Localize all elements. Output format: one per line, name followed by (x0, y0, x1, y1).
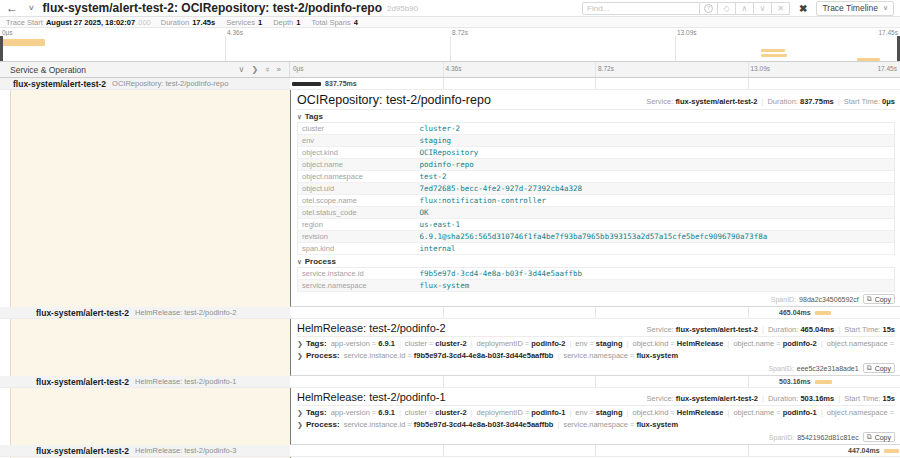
span-duration-bar[interactable] (815, 380, 833, 384)
tags-summary-line[interactable]: ❯Tags:app-version=6.9.1|cluster=cluster-… (297, 406, 895, 418)
trace-view-select[interactable]: Trace Timeline ∨ (816, 1, 894, 16)
tags-summary-key: object.namespace (827, 339, 888, 348)
tag-row[interactable]: otel.scope.nameflux:notification-control… (298, 195, 895, 207)
tags-summary-key: object.namespace (827, 408, 888, 417)
expand-collapse-controls: ∨ ❯ » » (239, 65, 281, 74)
tag-row[interactable]: object.namepodinfo-repo (298, 159, 895, 171)
trace-view-select-label: Trace Timeline (822, 3, 877, 13)
tags-summary-key: app-version (331, 339, 370, 348)
span-timeline-cell[interactable]: 465.04ms (290, 307, 900, 318)
copy-span-id-button[interactable]: ⧉Copy (863, 363, 895, 373)
tag-row[interactable]: object.uid7ed72685-becc-4fe2-927d-27392c… (298, 183, 895, 195)
minimap-tick-label: 8.72s (452, 29, 468, 36)
clear-selection-icon[interactable]: ✖ (799, 3, 807, 14)
prev-match-button[interactable]: ∧ (736, 2, 754, 15)
span-duration-bar[interactable] (815, 311, 831, 315)
process-row[interactable]: service.namespaceflux-system (298, 280, 895, 292)
minimap-tick-label: 13.09s (677, 29, 697, 36)
tag-row[interactable]: otel.status_codeOK (298, 207, 895, 219)
trace-services: Services 1 (226, 18, 263, 27)
detail-gutter (0, 90, 10, 307)
back-arrow-icon[interactable]: ← (6, 1, 18, 15)
span-row[interactable]: flux-system/alert-test-2OCIRepository: t… (0, 78, 900, 90)
copy-span-id-button[interactable]: ⧉Copy (863, 294, 895, 304)
span-name-cell[interactable]: flux-system/alert-test-2HelmRelease: tes… (0, 376, 290, 387)
tag-row[interactable]: clustercluster-2 (298, 123, 895, 135)
span-service-name: flux-system/alert-test-2 (36, 377, 129, 387)
span-timeline-cell[interactable]: 503.16ms (290, 376, 900, 387)
next-match-button[interactable]: ∨ (754, 2, 772, 15)
tags-summary-line[interactable]: ❯Tags:app-version=6.9.1|cluster=cluster-… (297, 337, 895, 349)
tags-summary-key: object.kind (632, 408, 668, 417)
minimap-canvas[interactable] (0, 36, 900, 62)
process-row[interactable]: service.instance.idf9b5e97d-3cd4-4e8a-b0… (298, 268, 895, 280)
tags-summary-value: staging (596, 339, 623, 348)
timeline-gridline (748, 78, 749, 89)
equals-sign: = (525, 408, 529, 417)
span-rows-container: flux-system/alert-test-2OCIRepository: t… (0, 78, 900, 458)
collapse-all-icon[interactable]: » (277, 65, 281, 74)
minimap-tick-labels: 0μs4.36s8.72s13.09s17.45s (0, 28, 900, 36)
ruler-gridline (748, 62, 749, 77)
summary-separator: | (627, 339, 629, 348)
ruler-tick-label: 0μs (293, 65, 304, 72)
process-summary-line[interactable]: ❯Process:service.instance.id=f9b5e97d-3c… (297, 349, 895, 361)
tag-row[interactable]: envstaging (298, 135, 895, 147)
summary-separator: | (557, 351, 559, 360)
process-section-toggle[interactable]: ∨Process (297, 255, 895, 267)
process-summary-label: Process: (306, 351, 340, 360)
meta-separator: | (838, 325, 840, 334)
tag-row[interactable]: object.kindOCIRepository (298, 147, 895, 159)
process-summary-line[interactable]: ❯Process:service.instance.id=f9b5e97d-3c… (297, 418, 895, 430)
copy-span-id-button[interactable]: ⧉Copy (863, 432, 895, 442)
meta-duration-value: 465.04ms (800, 325, 834, 334)
meta-service-label: Service: (646, 97, 675, 106)
meta-separator: | (838, 97, 840, 106)
tag-key: span.kind (298, 243, 416, 255)
tag-key: cluster (298, 123, 416, 135)
equals-sign: = (670, 408, 674, 417)
expand-one-icon[interactable]: ∨ (239, 65, 245, 74)
meta-service-value: flux-system/alert-test-2 (676, 325, 758, 334)
span-name-cell[interactable]: flux-system/alert-test-2OCIRepository: t… (0, 78, 290, 89)
collapse-header-chevron-icon[interactable]: ∨ (28, 4, 35, 12)
detail-highlight-column (10, 388, 290, 445)
process-summary-value: flux-system (636, 351, 678, 360)
collapse-one-icon[interactable]: ❯ (251, 65, 258, 74)
span-duration-label: 503.16ms (779, 378, 811, 385)
minimap-left-scrubber[interactable] (0, 36, 3, 61)
meta-service-value: flux-system/alert-test-2 (675, 97, 757, 106)
meta-separator: | (838, 394, 840, 403)
span-duration-bar[interactable] (292, 82, 321, 86)
span-row[interactable]: flux-system/alert-test-2HelmRelease: tes… (0, 445, 900, 457)
minimap-gridline (225, 36, 226, 61)
span-timeline-cell[interactable]: 447.04ms (290, 445, 900, 456)
tag-row[interactable]: regionus-east-1 (298, 219, 895, 231)
tag-key: env (298, 135, 416, 147)
span-operation-name: HelmRelease: test-2/podinfo-2 (135, 308, 236, 317)
tags-section-toggle[interactable]: ∨Tags (297, 110, 895, 122)
copy-icon: ⧉ (867, 364, 872, 372)
span-name-cell[interactable]: flux-system/alert-test-2HelmRelease: tes… (0, 445, 290, 456)
expand-all-icon[interactable]: » (263, 67, 272, 71)
service-operation-header: Service & Operation ∨ ❯ » » (0, 62, 290, 77)
detail-span-meta: Service: flux-system/alert-test-2|Durati… (646, 97, 895, 106)
meta-service-label: Service: (647, 394, 676, 403)
focus-match-button[interactable]: ◇ (718, 2, 736, 15)
tags-summary-key: env (575, 408, 587, 417)
span-timeline-cell[interactable]: 837.75ms (290, 78, 900, 89)
span-row[interactable]: flux-system/alert-test-2HelmRelease: tes… (0, 376, 900, 388)
tags-summary-value: HelmRelease (677, 408, 724, 417)
trace-title: flux-system/alert-test-2: OCIRepository:… (43, 1, 382, 15)
span-duration-bar[interactable] (884, 449, 900, 453)
timeline-column-header: Service & Operation ∨ ❯ » » 0μs4.36s8.72… (0, 62, 900, 78)
find-input[interactable] (582, 2, 700, 15)
span-name-cell[interactable]: flux-system/alert-test-2HelmRelease: tes… (0, 307, 290, 318)
tag-row[interactable]: object.namespacetest-2 (298, 171, 895, 183)
clear-find-button[interactable]: ✕ (772, 2, 790, 15)
span-row[interactable]: flux-system/alert-test-2HelmRelease: tes… (0, 307, 900, 319)
help-button[interactable]: ? (700, 2, 718, 15)
tag-row[interactable]: revision6.9.1@sha256:565d310746f1fa4be7f… (298, 231, 895, 243)
tag-row[interactable]: span.kindinternal (298, 243, 895, 255)
detail-card-header: OCIRepository: test-2/podinfo-repoServic… (297, 92, 895, 110)
